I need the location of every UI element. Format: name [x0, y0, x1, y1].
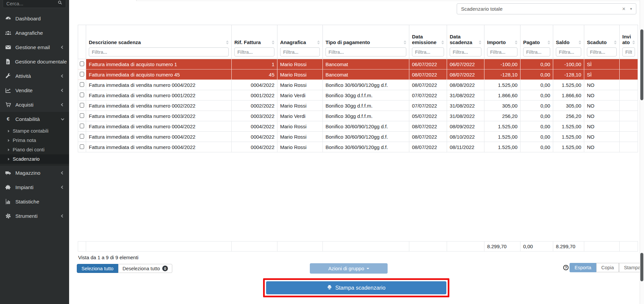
cell-data_scadenza: 31/08/2022 — [447, 90, 484, 101]
column-header-importo[interactable]: Importo — [484, 25, 520, 59]
column-header-tipo_pagamento[interactable]: Tipo di pagamento — [323, 25, 409, 59]
filter-input-saldo[interactable] — [556, 47, 581, 56]
row-checkbox[interactable] — [80, 61, 84, 66]
totals-row-wrap: 8.299,700,008.299,70 — [78, 241, 638, 252]
table-row[interactable]: Fattura immediata di vendita numero 0002… — [78, 101, 638, 111]
sidebar-item-label: Strumenti — [15, 213, 57, 219]
total-empty-cell — [409, 242, 447, 252]
filter-input-data_emissione[interactable] — [412, 47, 444, 56]
table-row[interactable]: Fattura immediata di acquisto numero 11M… — [78, 59, 638, 69]
totals-table: 8.299,700,008.299,70 — [78, 241, 638, 252]
filter-input-importo[interactable] — [487, 47, 517, 56]
table-row[interactable]: Fattura immediata di vendita numero 0001… — [78, 90, 638, 101]
row-checkbox[interactable] — [80, 134, 84, 139]
filter-input-pagato[interactable] — [523, 47, 550, 56]
filter-input-data_scadenza[interactable] — [450, 47, 481, 56]
row-checkbox[interactable] — [80, 103, 84, 108]
filter-input-rif_fattura[interactable] — [234, 47, 274, 56]
puzzle-icon — [5, 184, 11, 191]
column-header-inviato[interactable]: Inviato — [620, 25, 638, 59]
stampa-scadenzario-button[interactable]: Stampa scadenzario — [266, 281, 446, 294]
filter-input-scaduto[interactable] — [587, 47, 617, 56]
cell-inviato — [620, 69, 638, 80]
row-checkbox[interactable] — [80, 113, 84, 118]
table-row[interactable]: Fattura immediata di acquisto numero 454… — [78, 69, 638, 80]
cell-data_emissione: 08/07/2022 — [409, 132, 447, 142]
sidebar-item-contabilita[interactable]: € Contabilità — [0, 112, 69, 126]
scrollbar-thumb[interactable] — [640, 253, 643, 281]
sidebar-item-piano-dei-conti[interactable]: Piano dei conti — [0, 145, 69, 154]
row-select-cell — [78, 80, 86, 90]
sidebar-item-gestione-email[interactable]: Gestione email — [0, 40, 69, 54]
cart-icon — [5, 102, 11, 108]
column-title: Data emissione — [412, 34, 440, 45]
column-header-pagato[interactable]: Pagato — [520, 25, 553, 59]
cell-rif_fattura: 0002/2022 — [232, 101, 277, 111]
scadenzario-filter-select[interactable]: Scadenzario totale × ▾ — [457, 3, 636, 14]
cell-importo: 1.525,00 — [484, 132, 520, 142]
row-checkbox[interactable] — [80, 93, 84, 97]
total-empty-cell — [447, 242, 484, 252]
row-select-cell — [78, 132, 86, 142]
column-header-data_scadenza[interactable]: Data scadenza — [447, 25, 484, 59]
table-row[interactable]: Fattura immediata di vendita numero 0004… — [78, 121, 638, 132]
sidebar-item-attivita[interactable]: Attività — [0, 69, 69, 83]
cell-tipo_pagamento: Bancomat — [323, 59, 409, 69]
cell-pagato: 0,00 — [520, 69, 553, 80]
row-checkbox[interactable] — [80, 144, 84, 149]
column-header-saldo[interactable]: Saldo — [553, 25, 584, 59]
sidebar-item-impianti[interactable]: Impianti — [0, 180, 69, 194]
sidebar-item-magazzino[interactable]: Magazzino — [0, 166, 69, 180]
deselect-all-button[interactable]: Deseleziona tutto 0 — [118, 264, 172, 273]
column-header-anagrafica[interactable]: Anagrafica — [277, 25, 323, 59]
filter-input-inviato[interactable] — [622, 47, 635, 56]
clear-selection-icon[interactable]: × — [618, 6, 630, 12]
cell-data_scadenza: 31/08/2022 — [447, 101, 484, 111]
sidebar-item-gestione-documentale[interactable]: Gestione documentale — [0, 54, 69, 69]
sidebar-item-scadenzario[interactable]: Scadenzario — [0, 154, 69, 164]
cell-data_scadenza: 08/07/2022 — [447, 69, 484, 80]
cell-saldo: 305,00 — [553, 101, 584, 111]
column-header-rif_fattura[interactable]: Rif. Fattura — [232, 25, 277, 59]
filter-input-descrizione[interactable] — [89, 47, 229, 56]
column-header-scaduto[interactable]: Scaduto — [584, 25, 620, 59]
sidebar-item-dashboard[interactable]: Dashboard — [0, 11, 69, 26]
sidebar-item-label: Gestione documentale — [15, 59, 67, 65]
cell-rif_fattura: 0001/2022 — [232, 90, 277, 101]
table-row[interactable]: Fattura immediata di vendita numero 0004… — [78, 142, 638, 152]
sidebar-item-stampe-contabili[interactable]: Stampe contabili — [0, 126, 69, 136]
table-row[interactable]: Fattura immediata di vendita numero 0004… — [78, 80, 638, 90]
sidebar-search-input[interactable]: Cerca... — [3, 0, 66, 8]
row-checkbox[interactable] — [80, 124, 84, 128]
row-checkbox[interactable] — [80, 72, 84, 77]
column-header-data_emissione[interactable]: Data emissione — [409, 25, 447, 59]
gear-icon — [5, 213, 11, 219]
cell-descrizione: Fattura immediata di acquisto numero 45 — [86, 69, 232, 80]
vertical-scrollbar[interactable] — [640, 0, 644, 304]
table-row[interactable]: Fattura immediata di vendita numero 0003… — [78, 111, 638, 121]
scrollbar-thumb[interactable] — [640, 29, 643, 100]
cell-anagrafica: Mario Rossi — [277, 101, 323, 111]
cell-scaduto: SÌ — [584, 69, 620, 80]
sidebar-item-prima-nota[interactable]: Prima nota — [0, 136, 69, 145]
sidebar-item-vendite[interactable]: Vendite — [0, 83, 69, 98]
dropdown-caret-icon[interactable]: ▾ — [630, 7, 632, 11]
column-header-descrizione[interactable]: Descrizione scadenza — [86, 25, 232, 59]
row-checkbox[interactable] — [80, 82, 84, 87]
help-icon[interactable]: ? — [563, 265, 569, 270]
copy-button[interactable]: Copia — [596, 263, 619, 272]
chevron-right-icon — [7, 148, 9, 151]
filter-input-anagrafica[interactable] — [280, 47, 320, 56]
stampa-scadenzario-label: Stampa scadenzario — [335, 285, 385, 291]
sidebar-item-strumenti[interactable]: Strumenti — [0, 209, 69, 223]
group-actions-button[interactable]: Azioni di gruppo — [310, 263, 388, 274]
export-button[interactable]: Esporta — [570, 263, 596, 272]
filter-input-tipo_pagamento[interactable] — [326, 47, 406, 56]
sidebar-item-statistiche[interactable]: Statistiche — [0, 194, 69, 209]
select-all-button[interactable]: Seleziona tutto — [77, 264, 118, 273]
sidebar-item-anagrafiche[interactable]: Anagrafiche — [0, 26, 69, 40]
sidebar-item-acquisti[interactable]: Acquisti — [0, 98, 69, 112]
row-select-cell — [78, 142, 86, 152]
cell-saldo: 256,20 — [553, 111, 584, 121]
table-row[interactable]: Fattura immediata di vendita numero 0004… — [78, 132, 638, 142]
